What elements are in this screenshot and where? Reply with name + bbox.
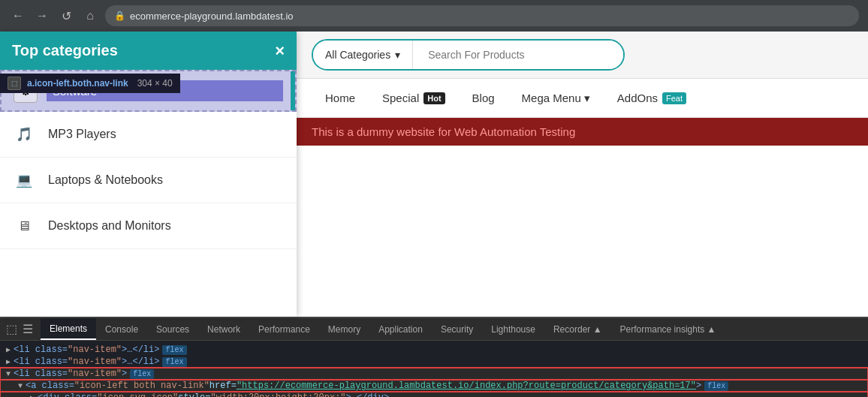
laptops-item[interactable]: 💻 Laptops & Notebooks [0, 158, 297, 203]
flex-badge-3: flex [130, 369, 154, 379]
feat-badge: Feat [662, 92, 686, 104]
element-size: 304 × 40 [137, 78, 173, 89]
category-label: All Categories [325, 49, 390, 61]
dropdown-header: Top categories × [0, 32, 297, 70]
back-button[interactable]: ← [9, 7, 27, 25]
dropdown-title: Top categories [12, 42, 118, 59]
arrow-1[interactable]: ▶ [6, 345, 11, 354]
top-nav: All Categories ▾ [297, 32, 868, 79]
laptops-label: Laptops & Notebooks [48, 173, 163, 187]
browser-chrome: ← → ↺ ⌂ 🔒 ecommerce-playground.lambdates… [0, 0, 868, 32]
element-tooltip: ⬚ a.icon-left.both.nav-link 304 × 40 [0, 74, 180, 93]
sidebar-dropdown: Top categories × ⬚ a.icon-left.both.nav-… [0, 32, 297, 317]
nav-home[interactable]: Home [312, 79, 369, 117]
url-text: ecommerce-playground.lambdatest.io [130, 11, 294, 22]
category-arrow-icon: ▾ [395, 49, 400, 61]
nav-addons[interactable]: AddOns Feat [604, 79, 700, 117]
right-content: All Categories ▾ Home Special Hot Blog M… [297, 32, 868, 317]
mega-menu-arrow-icon: ▾ [584, 92, 590, 105]
tab-lighthouse[interactable]: Lighthouse [482, 318, 544, 340]
code-line-5[interactable]: ▶ <div class="icon svg-icon" style="widt… [0, 392, 868, 397]
tab-network[interactable]: Network [198, 318, 249, 340]
tab-security[interactable]: Security [432, 318, 482, 340]
desktops-item[interactable]: 🖥 Desktops and Monitors [0, 203, 297, 249]
mp3-icon: 🎵 [12, 122, 36, 146]
tab-recorder[interactable]: Recorder ▲ [544, 318, 611, 340]
devtools-toolbar: ⬚ ☰ Elements Console Sources Network Per… [0, 318, 868, 341]
tab-memory[interactable]: Memory [319, 318, 369, 340]
devtools-content: ▶ <li class="nav-item">…</li> flex ▶ <li… [0, 341, 868, 397]
code-line-1[interactable]: ▶ <li class="nav-item">…</li> flex [0, 344, 868, 356]
mp3-players-item[interactable]: 🎵 MP3 Players [0, 112, 297, 158]
highlight-bar [291, 71, 295, 110]
code-line-4[interactable]: ▼ <a class="icon-left both nav-link" hre… [0, 380, 868, 392]
element-icon: ⬚ [8, 77, 21, 90]
search-input[interactable] [413, 41, 623, 69]
hot-badge: Hot [423, 92, 445, 104]
mp3-label: MP3 Players [48, 128, 116, 141]
code-line-3[interactable]: ▼ <li class="nav-item"> flex [0, 368, 868, 380]
arrow-3[interactable]: ▼ [6, 370, 11, 378]
nav-mega-menu[interactable]: Mega Menu ▾ [508, 79, 604, 117]
nav-blog[interactable]: Blog [459, 79, 508, 117]
element-name: a.icon-left.both.nav-link [27, 78, 128, 89]
main-content: Top categories × ⬚ a.icon-left.both.nav-… [0, 32, 868, 317]
tab-performance[interactable]: Performance [249, 318, 319, 340]
category-select[interactable]: All Categories ▾ [313, 41, 413, 69]
banner: This is a dummy website for Web Automati… [297, 118, 868, 146]
tab-sources[interactable]: Sources [147, 318, 198, 340]
main-nav: Home Special Hot Blog Mega Menu ▾ AddOns… [297, 79, 868, 118]
flex-badge-2: flex [162, 357, 186, 367]
forward-button[interactable]: → [33, 7, 51, 25]
close-button[interactable]: × [275, 43, 285, 59]
devtools-tabs: Elements Console Sources Network Perform… [36, 318, 865, 340]
devtools-panel: ⬚ ☰ Elements Console Sources Network Per… [0, 317, 868, 397]
arrow-2[interactable]: ▶ [6, 357, 11, 366]
flex-badge-4: flex [704, 381, 728, 391]
device-tool[interactable]: ☰ [20, 321, 36, 338]
inspect-tool[interactable]: ⬚ [3, 321, 20, 338]
reload-button[interactable]: ↺ [57, 7, 75, 25]
desktops-icon: 🖥 [12, 214, 36, 238]
arrow-4[interactable]: ▼ [18, 382, 23, 390]
tab-elements[interactable]: Elements [41, 318, 96, 340]
desktops-label: Desktops and Monitors [48, 219, 171, 233]
address-bar[interactable]: 🔒 ecommerce-playground.lambdatest.io [105, 5, 859, 26]
laptops-icon: 💻 [12, 168, 36, 192]
code-line-2[interactable]: ▶ <li class="nav-item">…</li> flex [0, 356, 868, 368]
tab-application[interactable]: Application [369, 318, 432, 340]
home-button[interactable]: ⌂ [81, 7, 99, 25]
search-container: All Categories ▾ [312, 39, 625, 71]
arrow-5[interactable]: ▶ [30, 393, 35, 397]
lock-icon: 🔒 [114, 11, 125, 21]
tab-console[interactable]: Console [96, 318, 147, 340]
flex-badge-1: flex [162, 345, 186, 355]
nav-special-hot[interactable]: Special Hot [369, 79, 459, 117]
tab-performance-insights[interactable]: Performance insights ▲ [611, 318, 725, 340]
